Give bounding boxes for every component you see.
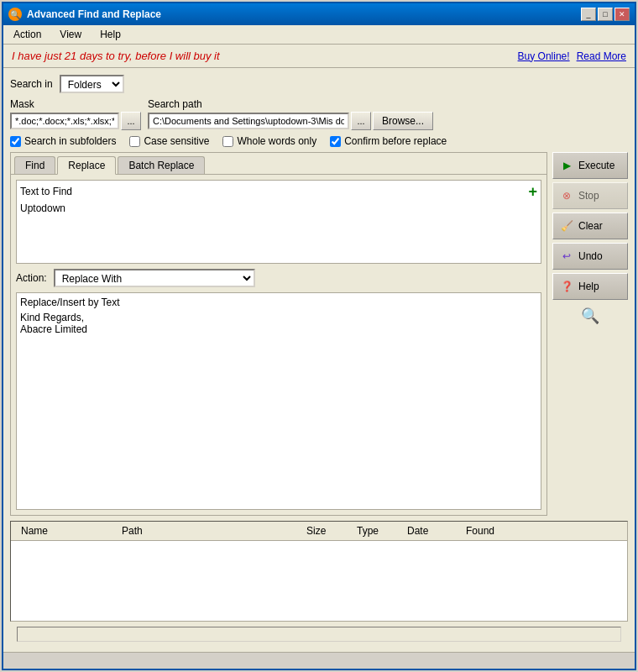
main-window: 🔍 Advanced Find and Replace _ □ ✕ Action…: [2, 2, 636, 670]
options-row: Search in subfolders Case sensitive Whol…: [10, 135, 628, 147]
promo-text: I have just 21 days to try, before I wil…: [12, 50, 220, 62]
path-input-group: ... Browse...: [148, 112, 628, 130]
status-bar: [3, 652, 635, 669]
mask-path-row: Mask ... Search path ... Browse...: [10, 98, 628, 130]
mask-input-group: ...: [10, 112, 141, 130]
maximize-button[interactable]: □: [598, 8, 613, 21]
tabs-and-buttons: Find Replace Batch Replace Text to Find …: [10, 152, 628, 516]
help-icon: ❓: [560, 280, 573, 293]
case-sensitive-label[interactable]: Case sensitive: [129, 135, 209, 147]
clear-button[interactable]: 🧹 Clear: [552, 213, 628, 239]
text-to-find-input[interactable]: Uptodown: [20, 202, 537, 260]
whole-words-label[interactable]: Whole words only: [222, 135, 316, 147]
close-button[interactable]: ✕: [614, 8, 630, 21]
text-to-find-label: Text to Find: [20, 186, 72, 197]
confirm-replace-label[interactable]: Confirm before replace: [330, 135, 447, 147]
title-bar-left: 🔍 Advanced Find and Replace: [8, 8, 161, 21]
extra-icon-area: 🔍: [552, 303, 628, 325]
action-select[interactable]: Replace With Delete Insert Before Insert…: [54, 269, 255, 287]
search-subfolders-checkbox[interactable]: [10, 136, 21, 147]
col-path: Path: [118, 523, 303, 538]
undo-label: Undo: [578, 250, 603, 262]
mask-input[interactable]: [10, 113, 119, 129]
undo-icon: ↩: [560, 249, 573, 263]
text-to-find-group: Text to Find + Uptodown: [16, 180, 541, 264]
col-date: Date: [404, 523, 463, 538]
menu-help[interactable]: Help: [95, 27, 126, 42]
whole-words-text: Whole words only: [237, 135, 316, 147]
undo-button[interactable]: ↩ Undo: [552, 243, 628, 270]
results-panel: Name Path Size Type Date Found: [10, 521, 628, 622]
menu-action[interactable]: Action: [8, 27, 46, 42]
clear-icon: 🧹: [560, 219, 573, 233]
tab-replace[interactable]: Replace: [57, 156, 116, 175]
path-browse-small-btn[interactable]: ...: [351, 112, 371, 130]
read-more-link[interactable]: Read More: [577, 50, 626, 62]
search-watermark-icon: 🔍: [581, 307, 599, 325]
action-label: Action:: [16, 272, 47, 284]
find-group-header: Text to Find +: [20, 184, 537, 199]
path-group: Search path ... Browse...: [148, 98, 628, 130]
help-button[interactable]: ❓ Help: [552, 273, 628, 300]
execute-button[interactable]: ▶ Execute: [552, 152, 628, 179]
tab-content: Text to Find + Uptodown Action: Replace …: [11, 175, 546, 515]
confirm-replace-checkbox[interactable]: [330, 136, 341, 147]
confirm-replace-text: Confirm before replace: [344, 135, 447, 147]
side-buttons: ▶ Execute ⊗ Stop 🧹 Clear ↩ Undo ❓ Hel: [552, 152, 628, 516]
tab-panel: Text to Find + Uptodown Action: Replace …: [16, 180, 541, 510]
clear-label: Clear: [578, 220, 603, 232]
search-subfolders-label[interactable]: Search in subfolders: [10, 135, 116, 147]
search-in-label: Search in: [10, 78, 53, 90]
action-row: Action: Replace With Delete Insert Befor…: [16, 269, 541, 287]
col-type: Type: [353, 523, 404, 538]
help-label: Help: [578, 281, 599, 292]
search-subfolders-text: Search in subfolders: [24, 135, 116, 147]
tab-find[interactable]: Find: [14, 156, 55, 174]
promo-bar: I have just 21 days to try, before I wil…: [3, 45, 635, 68]
stop-icon: ⊗: [560, 189, 573, 202]
col-found: Found: [463, 523, 513, 538]
title-buttons: _ □ ✕: [581, 8, 630, 21]
execute-icon: ▶: [560, 159, 573, 172]
search-path-label: Search path: [148, 98, 628, 110]
progress-bar: [17, 627, 621, 642]
col-size: Size: [303, 523, 353, 538]
stop-button[interactable]: ⊗ Stop: [552, 182, 628, 209]
search-in-select[interactable]: Folders Files Registry: [60, 75, 124, 93]
mask-label: Mask: [10, 98, 141, 110]
execute-label: Execute: [578, 160, 614, 171]
search-in-group: Folders Files Registry: [60, 75, 124, 93]
col-name: Name: [18, 523, 118, 538]
buy-online-link[interactable]: Buy Online!: [518, 50, 570, 62]
menu-view[interactable]: View: [55, 27, 86, 42]
results-header: Name Path Size Type Date Found: [11, 522, 627, 541]
title-bar: 🔍 Advanced Find and Replace _ □ ✕: [3, 3, 635, 25]
menu-bar: Action View Help: [3, 25, 635, 45]
tabs-container: Find Replace Batch Replace Text to Find …: [10, 152, 547, 516]
whole-words-checkbox[interactable]: [222, 136, 233, 147]
window-title: Advanced Find and Replace: [27, 8, 161, 20]
app-icon: 🔍: [8, 8, 22, 21]
tab-batch-replace[interactable]: Batch Replace: [118, 156, 205, 174]
minimize-button[interactable]: _: [581, 8, 596, 21]
tab-bar: Find Replace Batch Replace: [11, 153, 546, 175]
main-content: Search in Folders Files Registry Mask ..…: [3, 68, 635, 652]
add-find-button[interactable]: +: [528, 184, 537, 199]
mask-browse-btn[interactable]: ...: [121, 112, 141, 130]
replace-insert-textarea[interactable]: Kind Regards, Abacre Limited: [20, 312, 537, 506]
stop-label: Stop: [578, 190, 599, 202]
replace-insert-group: Replace/Insert by Text Kind Regards, Aba…: [16, 292, 541, 510]
mask-group: Mask ...: [10, 98, 141, 130]
search-path-input[interactable]: [148, 113, 349, 129]
replace-insert-label: Replace/Insert by Text: [20, 297, 537, 308]
promo-links: Buy Online! Read More: [518, 50, 626, 62]
case-sensitive-text: Case sensitive: [144, 135, 209, 147]
search-in-row: Search in Folders Files Registry: [10, 75, 628, 93]
case-sensitive-checkbox[interactable]: [129, 136, 140, 147]
browse-button[interactable]: Browse...: [373, 112, 433, 130]
